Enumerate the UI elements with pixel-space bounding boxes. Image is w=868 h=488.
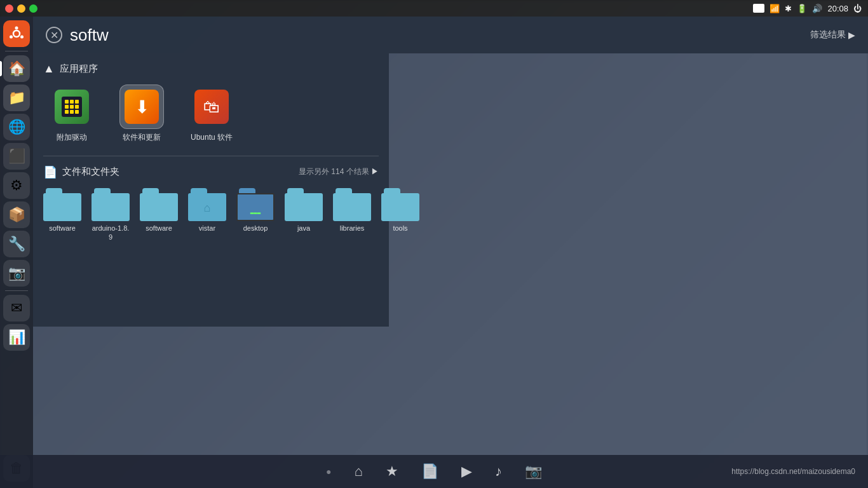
folder-body — [333, 193, 371, 221]
launcher-item-6[interactable]: 📦 — [3, 201, 30, 228]
launcher-divider-2 — [5, 290, 28, 291]
dock-file-icon[interactable]: 📄 — [421, 463, 438, 480]
launcher-item-8[interactable]: 📷 — [3, 260, 30, 287]
launcher-item-9[interactable]: ✉ — [3, 295, 30, 322]
screen-icon — [753, 4, 764, 13]
folder-body: ⌂ — [188, 193, 226, 221]
folder-tab — [336, 188, 352, 193]
show-more-arrow-icon: ▶ — [371, 167, 379, 176]
filter-button[interactable]: 筛选结果 ▶ — [810, 29, 855, 41]
folder-tab — [191, 188, 207, 193]
app-label-fujia: 附加驱动 — [57, 133, 87, 143]
svg-point-4 — [10, 36, 13, 39]
folder-icon-vistar: ⌂ — [188, 188, 226, 221]
launcher-item-7[interactable]: 🔧 — [3, 231, 30, 257]
folder-item-vistar[interactable]: ⌂ vistar — [188, 188, 226, 242]
folder-body — [140, 193, 178, 221]
launcher-browser[interactable]: 🌐 — [3, 114, 30, 140]
search-clear-icon[interactable]: ✕ — [46, 27, 62, 43]
dock-star-icon[interactable]: ★ — [386, 463, 398, 480]
launcher: 🏠 📁 🌐 ⬛ ⚙ 📦 🔧 📷 ✉ 📊 🗑 — [0, 17, 33, 488]
apps-section-title: 应用程序 — [60, 63, 98, 75]
chip-cell — [70, 100, 74, 104]
minimize-button[interactable] — [17, 4, 25, 13]
dock-camera-icon[interactable]: 📷 — [525, 463, 542, 480]
chip-body — [62, 97, 82, 117]
chip-cell — [65, 105, 69, 109]
launcher-ubuntu[interactable] — [3, 20, 30, 47]
maximize-button[interactable] — [29, 4, 37, 13]
chip-drive-icon — [55, 90, 89, 124]
traffic-lights — [5, 4, 37, 13]
home-icon: ⌂ — [204, 201, 211, 215]
top-bar: 📶 ✱ 🔋 🔊 20:08 ⏻ — [0, 0, 868, 17]
folder-label-arduino: arduino-1.8.9 — [92, 224, 130, 242]
app-item-swupdate[interactable]: ⬇ 软件和更新 — [113, 85, 170, 143]
dock-music-icon[interactable]: ♪ — [495, 463, 502, 480]
app-icon-swupdate: ⬇ — [119, 85, 164, 129]
folder-item-arduino[interactable]: arduino-1.8.9 — [92, 188, 130, 242]
folder-icon-libraries — [333, 188, 371, 221]
folder-item-software1[interactable]: software — [43, 188, 81, 242]
chip-grid — [65, 100, 79, 114]
folder-icon-arduino — [92, 188, 130, 221]
launcher-home[interactable]: 🏠 — [3, 55, 30, 82]
folder-label-software1: software — [49, 224, 76, 233]
folder-icon-desktop: ▬▬▬ — [236, 188, 275, 221]
folder-body: ▬▬▬ — [236, 193, 275, 221]
filter-arrow-icon: ▶ — [848, 30, 855, 40]
launcher-settings[interactable]: ⚙ — [3, 172, 30, 199]
app-label-swupdate: 软件和更新 — [123, 133, 161, 143]
files-section-header: 📄 文件和文件夹 显示另外 114 个结果 ▶ — [43, 156, 379, 179]
power-icon: ⏻ — [853, 4, 862, 13]
show-more-link[interactable]: 显示另外 114 个结果 ▶ — [299, 166, 379, 177]
dock-bar: ● ⌂ ★ 📄 ▶ ♪ 📷 https://blog.csdn.net/maiz… — [0, 455, 868, 488]
folder-label-java: java — [297, 224, 310, 233]
chip-cell — [70, 105, 74, 109]
apps-section-header: ▲ 应用程序 — [43, 62, 379, 76]
folder-body — [43, 193, 81, 221]
folder-item-tools[interactable]: tools — [381, 188, 419, 242]
folder-tab — [142, 188, 159, 193]
folder-tab — [239, 188, 255, 193]
folder-body — [381, 193, 419, 221]
wifi-icon: 📶 — [770, 4, 780, 13]
launcher-item-10[interactable]: 📊 — [3, 324, 30, 351]
launcher-files[interactable]: 📁 — [3, 85, 30, 111]
system-tray: 📶 ✱ 🔋 🔊 20:08 ⏻ — [753, 4, 862, 13]
swupdate-icon: ⬇ — [125, 90, 159, 124]
chip-cell — [75, 110, 79, 114]
launcher-divider-1 — [5, 51, 28, 51]
battery-icon: 🔋 — [797, 4, 807, 13]
folder-label-vistar: vistar — [199, 224, 215, 233]
app-icon-ubuntusw: 🛍 — [189, 85, 234, 129]
dock-home-icon[interactable]: ⌂ — [355, 463, 363, 480]
app-item-fujia[interactable]: 附加驱动 — [43, 85, 100, 143]
folder-label-tools: tools — [393, 224, 407, 233]
files-section-icon: 📄 — [43, 165, 57, 179]
ubuntu-sw-icon: 🛍 — [194, 90, 229, 124]
app-label-ubuntusw: Ubuntu 软件 — [191, 133, 233, 143]
clock: 20:08 — [827, 4, 848, 13]
dock-divider-dot: ● — [326, 466, 331, 477]
folder-item-java[interactable]: java — [285, 188, 323, 242]
folder-tab — [94, 188, 111, 193]
folder-item-desktop[interactable]: ▬▬▬ desktop — [236, 188, 275, 242]
folder-item-software2[interactable]: software — [140, 188, 178, 242]
folder-tab — [384, 188, 400, 193]
close-button[interactable] — [5, 4, 13, 13]
chip-cell — [75, 105, 79, 109]
apps-section-icon: ▲ — [43, 62, 55, 76]
folder-icon-java — [285, 188, 323, 221]
dock-play-icon[interactable]: ▶ — [461, 463, 472, 480]
filter-label: 筛选结果 — [810, 29, 846, 41]
folder-label-desktop: desktop — [243, 224, 268, 233]
ubuntu-logo-icon — [8, 25, 25, 42]
search-input[interactable] — [70, 25, 810, 45]
folder-body — [285, 193, 323, 221]
chip-cell — [75, 100, 79, 104]
launcher-terminal[interactable]: ⬛ — [3, 143, 30, 170]
folder-label-software2: software — [146, 224, 172, 233]
folder-item-libraries[interactable]: libraries — [333, 188, 371, 242]
app-item-ubuntusw[interactable]: 🛍 Ubuntu 软件 — [183, 85, 240, 143]
